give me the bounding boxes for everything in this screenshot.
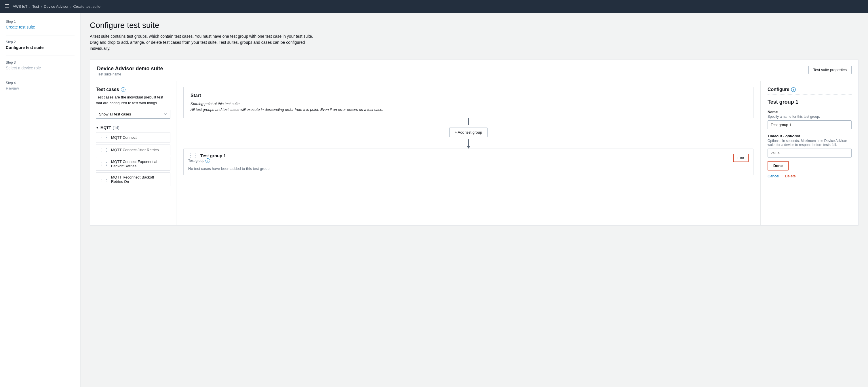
test-case-mqtt-reconnect[interactable]: ⋮⋮ MQTT Reconnect Backoff Retries On (96, 173, 170, 186)
test-group-title: ⋮⋮ Test group 1 (188, 153, 226, 158)
name-field-input[interactable] (768, 120, 851, 129)
test-group-edit-button[interactable]: Edit (733, 154, 749, 162)
page-title: Configure test suite (90, 21, 859, 30)
config-group-name: Test group 1 (768, 99, 851, 105)
delete-button[interactable]: Delete (785, 174, 796, 178)
test-cases-info-icon[interactable]: i (121, 87, 125, 92)
three-col-layout: Test cases i Test cases are the individu… (90, 81, 859, 225)
drag-handle-icon: ⋮⋮ (100, 177, 109, 182)
step-2-label: Step 2 (6, 40, 74, 44)
timeout-field-input[interactable] (768, 149, 851, 157)
test-cases-filter-dropdown[interactable]: Show all test cases (96, 110, 170, 119)
main-content: Configure test suite A test suite contai… (81, 13, 868, 387)
test-group-box: ⋮⋮ Test group 1 Test group i Edit (183, 149, 753, 175)
sidebar-step-3-disabled: Select a device role (6, 66, 74, 70)
breadcrumb-aws-iot[interactable]: AWS IoT (13, 4, 28, 9)
name-field-label: Name (768, 110, 851, 114)
config-actions: Cancel Delete (768, 174, 851, 178)
breadcrumb-device-advisor[interactable]: Device Advisor (44, 4, 68, 9)
sidebar-step-1-link[interactable]: Create test suite (6, 25, 35, 29)
test-case-mqtt-jitter[interactable]: ⋮⋮ MQTT Connect Jitter Retries (96, 145, 170, 155)
breadcrumb-sep-1: › (29, 4, 31, 9)
test-cases-title: Test cases i (96, 87, 170, 92)
mqtt-group: ▼ MQTT (14) ⋮⋮ MQTT Connect ⋮⋮ MQTT Conn… (96, 125, 170, 186)
center-flow: Start Starting point of this test suite.… (183, 87, 753, 175)
breadcrumb-sep-2: › (41, 4, 42, 9)
sidebar-step-3: Step 3 Select a device role (6, 60, 74, 70)
start-desc-2: All test groups and test cases will exec… (190, 107, 746, 113)
arrow-head (467, 146, 470, 149)
mqtt-label: MQTT (100, 125, 111, 130)
sidebar-step-4-disabled: Review (6, 86, 74, 91)
timeout-field-label: Timeout - optional (768, 134, 851, 138)
configure-title-area: Configure i (768, 87, 851, 94)
sidebar-step-1: Step 1 Create test suite (6, 20, 74, 29)
test-group-title-area: ⋮⋮ Test group 1 Test group i (188, 153, 226, 163)
mqtt-collapse-icon[interactable]: ▼ (96, 126, 99, 129)
done-button[interactable]: Done (768, 161, 788, 171)
start-title: Start (190, 93, 746, 98)
breadcrumb-test[interactable]: Test (32, 4, 39, 9)
drag-handle-icon: ⋮⋮ (100, 161, 109, 167)
test-case-mqtt-connect[interactable]: ⋮⋮ MQTT Connect (96, 132, 170, 143)
arrow-line-2 (468, 139, 469, 146)
step-3-label: Step 3 (6, 60, 74, 64)
start-desc-1: Starting point of this test suite. (190, 101, 746, 107)
suite-name: Device Advisor demo suite (97, 66, 163, 72)
timeout-field-hint: Optional, in seconds. Maximum time Devic… (768, 139, 851, 147)
sidebar-step-4: Step 4 Review (6, 81, 74, 91)
suite-header: Device Advisor demo suite Test suite nam… (90, 60, 859, 81)
start-box: Start Starting point of this test suite.… (183, 87, 753, 118)
test-case-mqtt-exponential[interactable]: ⋮⋮ MQTT Connect Exponential Backoff Retr… (96, 157, 170, 171)
breadcrumb-sep-3: › (70, 4, 71, 9)
breadcrumb: AWS IoT › Test › Device Advisor › Create… (13, 4, 100, 9)
drag-handle-icon: ⋮⋮ (100, 147, 109, 153)
no-test-cases-msg: No test cases have been added to this te… (188, 167, 749, 171)
configure-panel: Configure i Test group 1 Name Specify a … (761, 81, 859, 225)
breadcrumb-current: Create test suite (73, 4, 100, 9)
mqtt-count: (14) (113, 125, 119, 130)
suite-container: Device Advisor demo suite Test suite nam… (90, 60, 859, 226)
step-1-label: Step 1 (6, 20, 74, 24)
drag-handle-icon: ⋮⋮ (100, 135, 109, 140)
test-group-header: ⋮⋮ Test group 1 Test group i Edit (188, 153, 749, 163)
top-nav: ☰ AWS IoT › Test › Device Advisor › Crea… (0, 0, 868, 13)
test-cases-desc: Test cases are the individual prebuilt t… (96, 94, 170, 106)
test-group-info-icon[interactable]: i (206, 158, 210, 163)
arrow-line (468, 118, 469, 125)
sidebar: Step 1 Create test suite Step 2 Configur… (0, 13, 81, 387)
configure-title: Configure i (768, 87, 851, 92)
center-panel: Start Starting point of this test suite.… (177, 81, 761, 225)
hamburger-icon[interactable]: ☰ (5, 3, 9, 9)
suite-name-group: Device Advisor demo suite Test suite nam… (97, 66, 163, 76)
cancel-button[interactable]: Cancel (768, 174, 779, 178)
drag-vert-icon: ⋮⋮ (188, 153, 197, 158)
sidebar-step-2-active: Configure test suite (6, 45, 74, 50)
suite-properties-button[interactable]: Test suite properties (808, 66, 851, 74)
test-cases-panel: Test cases i Test cases are the individu… (90, 81, 177, 225)
arrow-down-1 (468, 118, 469, 125)
mqtt-group-header: ▼ MQTT (14) (96, 125, 170, 130)
test-group-subtitle: Test group i (188, 158, 226, 163)
step-4-label: Step 4 (6, 81, 74, 85)
suite-name-label: Test suite name (97, 72, 163, 76)
sidebar-step-2: Step 2 Configure test suite (6, 40, 74, 50)
arrow-down-2 (467, 139, 470, 149)
configure-info-icon[interactable]: i (791, 87, 796, 92)
add-test-group-button[interactable]: + Add test group (449, 127, 488, 137)
page-description: A test suite contains test groups, which… (90, 33, 314, 52)
name-field-hint: Specify a name for this test group. (768, 115, 851, 119)
